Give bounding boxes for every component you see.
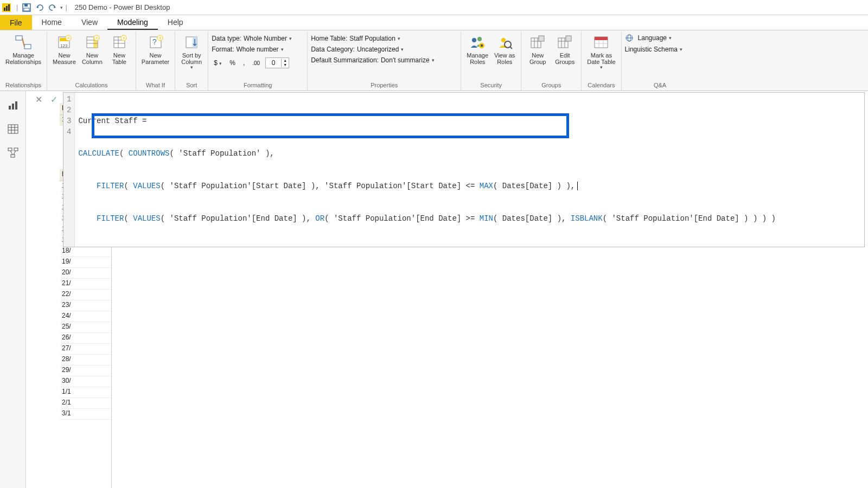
svg-rect-1: [24, 4, 28, 7]
model-view-button[interactable]: [3, 143, 23, 163]
data-cell[interactable]: 20/: [60, 268, 111, 279]
app-logo-icon: [2, 3, 11, 12]
view-as-roles-button[interactable]: View as Roles: [492, 33, 518, 66]
data-cell[interactable]: 24/: [60, 311, 111, 322]
data-cell[interactable]: 28/: [60, 355, 111, 365]
summarization-dropdown[interactable]: Default Summarization: Don't summarize ▾: [311, 56, 457, 64]
manage-relationships-button[interactable]: Manage Relationships: [3, 33, 43, 66]
datatype-dropdown[interactable]: Data type: Whole Number ▾: [212, 35, 304, 42]
svg-rect-2: [24, 8, 29, 11]
svg-rect-47: [595, 37, 608, 40]
main-area: Date 1/06/ Da 12/13/14/15/16/17/18/19/20…: [0, 91, 868, 488]
sort-icon: [183, 34, 200, 51]
svg-rect-64: [11, 155, 15, 157]
data-cell[interactable]: 2/1: [60, 398, 111, 409]
data-cell[interactable]: 25/: [60, 322, 111, 333]
tab-file[interactable]: File: [0, 15, 32, 30]
dax-editor[interactable]: 1234 Current Staff = CALCULATE( COUNTROW…: [63, 92, 865, 247]
group-groups: New Group Edit Groups Groups: [521, 31, 582, 91]
data-cell[interactable]: 21/: [60, 279, 111, 290]
chevron-down-icon: ▾: [190, 65, 193, 70]
tab-home[interactable]: Home: [32, 15, 72, 30]
data-view-button[interactable]: [3, 119, 23, 139]
chevron-down-icon: ▾: [398, 36, 400, 41]
svg-line-66: [14, 151, 16, 155]
new-parameter-button[interactable]: ?✳ New Parameter: [139, 33, 171, 66]
format-dropdown[interactable]: Format: Whole number ▾: [212, 46, 304, 53]
chevron-down-icon: ▾: [401, 47, 404, 52]
table-icon: ✳: [111, 34, 128, 51]
group-calendars: Mark as Date Table ▾ Calendars: [582, 31, 621, 91]
spin-up-icon[interactable]: ▲: [282, 59, 289, 63]
new-group-button[interactable]: New Group: [525, 33, 551, 66]
group-properties: Home Table: Staff Population ▾ Data Cate…: [308, 31, 461, 91]
save-icon[interactable]: [21, 2, 32, 13]
edit-groups-button[interactable]: Edit Groups: [552, 33, 578, 66]
data-cell[interactable]: 3/1: [60, 409, 111, 420]
svg-rect-4: [24, 44, 31, 49]
parameter-icon: ?✳: [147, 34, 164, 51]
line-gutter: 1234: [63, 93, 75, 247]
data-cell[interactable]: 19/: [60, 257, 111, 268]
data-cell[interactable]: 23/: [60, 300, 111, 311]
chevron-down-icon: ▾: [432, 57, 435, 63]
data-cell[interactable]: 1/1: [60, 387, 111, 398]
svg-text:123: 123: [60, 43, 68, 48]
new-column-button[interactable]: ✳ New Column: [79, 33, 105, 66]
svg-line-65: [10, 151, 12, 155]
new-measure-button[interactable]: 123✳ New Measure: [50, 33, 78, 66]
relationships-icon: [15, 34, 32, 51]
tab-modeling[interactable]: Modeling: [107, 15, 158, 30]
data-cell[interactable]: 18/: [60, 246, 111, 257]
language-dropdown[interactable]: Language ▾: [625, 34, 695, 42]
separator: |: [16, 3, 18, 11]
chevron-down-icon: ▾: [680, 47, 682, 52]
home-table-dropdown[interactable]: Home Table: Staff Population ▾: [311, 35, 457, 42]
group-calculations: 123✳ New Measure ✳ New Column ✳ New Tabl…: [47, 31, 136, 91]
svg-rect-63: [14, 148, 18, 151]
data-cell[interactable]: 29/: [60, 365, 111, 376]
roles-icon: [469, 34, 486, 51]
measure-icon: 123✳: [55, 34, 73, 51]
svg-text:✳: ✳: [95, 36, 99, 41]
mark-date-table-button[interactable]: Mark as Date Table ▾: [585, 33, 617, 72]
redo-icon[interactable]: [47, 2, 58, 13]
currency-button[interactable]: $ ▾: [212, 59, 224, 67]
group-qa: Language ▾ Linguistic Schema ▾ Q&A: [622, 31, 699, 91]
new-group-icon: [529, 34, 546, 51]
view-switcher: [0, 91, 26, 488]
manage-roles-button[interactable]: Manage Roles: [464, 33, 490, 66]
titlebar: | ▾ | 250 Demo - Power BI Desktop: [0, 0, 868, 15]
decimal-places-stepper[interactable]: 0 ▲▼: [265, 57, 289, 68]
data-cell[interactable]: 26/: [60, 333, 111, 344]
group-security: Manage Roles View as Roles Security: [461, 31, 521, 91]
sort-by-column-button[interactable]: Sort by Column ▾: [178, 33, 205, 72]
cancel-formula-button[interactable]: ✕: [33, 93, 44, 105]
undo-icon[interactable]: [34, 2, 45, 13]
svg-rect-45: [566, 36, 571, 41]
formula-bar: ✕ ✓ 1234 Current Staff = CALCULATE( COUN…: [29, 92, 865, 247]
report-view-button[interactable]: [3, 95, 23, 115]
ribbon: Manage Relationships Relationships 123✳ …: [0, 30, 868, 91]
tab-view[interactable]: View: [72, 15, 107, 30]
code-content[interactable]: Current Staff = CALCULATE( COUNTROWS( 'S…: [75, 93, 864, 247]
tab-help[interactable]: Help: [158, 15, 193, 30]
svg-rect-55: [12, 104, 14, 110]
chevron-down-icon: ▾: [600, 65, 603, 70]
data-category-dropdown[interactable]: Data Category: Uncategorized ▾: [311, 46, 457, 53]
percent-button[interactable]: %: [227, 59, 238, 67]
calendar-icon: [592, 34, 610, 51]
data-cell[interactable]: 30/: [60, 376, 111, 387]
commit-formula-button[interactable]: ✓: [48, 93, 60, 105]
svg-rect-3: [16, 36, 22, 40]
spin-down-icon[interactable]: ▼: [282, 63, 289, 67]
data-cell[interactable]: 22/: [60, 290, 111, 300]
data-cell[interactable]: 27/: [60, 344, 111, 355]
thousands-button[interactable]: ,: [241, 59, 247, 67]
new-table-button[interactable]: ✳ New Table: [106, 33, 132, 66]
qat-dropdown-icon[interactable]: ▾: [60, 5, 63, 10]
svg-point-29: [472, 38, 476, 42]
column-icon: ✳: [84, 34, 101, 51]
linguistic-schema-dropdown[interactable]: Linguistic Schema ▾: [625, 46, 695, 53]
group-relationships: Manage Relationships Relationships: [0, 31, 47, 91]
